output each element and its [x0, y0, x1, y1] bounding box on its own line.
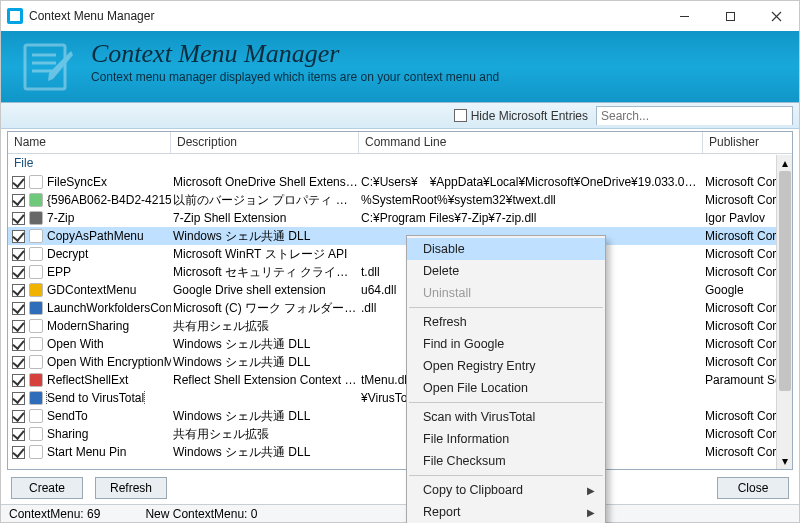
context-menu-item[interactable]: Copy to Clipboard▶: [407, 479, 605, 501]
hide-ms-checkbox[interactable]: Hide Microsoft Entries: [454, 109, 588, 123]
footer: Create Refresh Close: [1, 472, 799, 504]
table-row[interactable]: GDContextMenuGoogle Drive shell extensio…: [8, 281, 792, 299]
row-icon: [29, 265, 43, 279]
table-row[interactable]: Open WithWindows シェル共通 DLLMicrosoft Corp…: [8, 335, 792, 353]
context-menu-separator: [409, 307, 603, 308]
context-menu-separator: [409, 475, 603, 476]
col-name[interactable]: Name: [8, 132, 171, 153]
row-icon: [29, 175, 43, 189]
row-name: Start Menu Pin: [47, 445, 126, 459]
row-name: {596AB062-B4D2-4215-9...: [47, 193, 171, 207]
context-menu-separator: [409, 402, 603, 403]
row-checkbox[interactable]: [12, 284, 25, 297]
banner-subtitle: Context menu manager displayed which ite…: [91, 70, 781, 84]
row-checkbox[interactable]: [12, 446, 25, 459]
create-button[interactable]: Create: [11, 477, 83, 499]
row-checkbox[interactable]: [12, 428, 25, 441]
context-menu-label: File Information: [423, 432, 509, 446]
context-menu-item[interactable]: Find in Google: [407, 333, 605, 355]
row-checkbox[interactable]: [12, 266, 25, 279]
title-bar: Context Menu Manager: [1, 1, 799, 31]
scroll-thumb[interactable]: [779, 171, 791, 391]
table-row[interactable]: LaunchWorkfoldersControlMicrosoft (C) ワー…: [8, 299, 792, 317]
row-checkbox[interactable]: [12, 248, 25, 261]
row-checkbox[interactable]: [12, 320, 25, 333]
context-menu-item[interactable]: Refresh: [407, 311, 605, 333]
context-menu-item[interactable]: File Checksum: [407, 450, 605, 472]
row-checkbox[interactable]: [12, 410, 25, 423]
row-icon: [29, 355, 43, 369]
context-menu-item[interactable]: Delete: [407, 260, 605, 282]
close-button[interactable]: [753, 1, 799, 31]
row-checkbox[interactable]: [12, 176, 25, 189]
scroll-down-icon[interactable]: ▾: [777, 453, 793, 469]
table-row[interactable]: Send to VirusTotal ¥VirusTotalUploader2.…: [8, 389, 792, 407]
refresh-button[interactable]: Refresh: [95, 477, 167, 499]
vertical-scrollbar[interactable]: ▴ ▾: [776, 155, 792, 469]
row-checkbox[interactable]: [12, 392, 25, 405]
col-publisher[interactable]: Publisher: [703, 132, 792, 153]
group-file[interactable]: File: [8, 154, 792, 173]
row-icon: [29, 337, 43, 351]
table-row[interactable]: FileSyncExMicrosoft OneDrive Shell Exten…: [8, 173, 792, 191]
maximize-button[interactable]: [707, 1, 753, 31]
context-menu-label: Delete: [423, 264, 459, 278]
col-description[interactable]: Description: [171, 132, 359, 153]
row-checkbox[interactable]: [12, 230, 25, 243]
table-row[interactable]: ReflectShellExtReflect Shell Extension C…: [8, 371, 792, 389]
row-command: %SystemRoot%¥system32¥twext.dll: [359, 193, 703, 207]
row-description: Microsoft WinRT ストレージ API: [171, 246, 359, 263]
scroll-track[interactable]: [777, 171, 793, 453]
context-menu-label: Find in Google: [423, 337, 504, 351]
row-checkbox[interactable]: [12, 356, 25, 369]
context-menu-label: Open Registry Entry: [423, 359, 536, 373]
table-row[interactable]: CopyAsPathMenuWindows シェル共通 DLLMicrosoft…: [8, 227, 792, 245]
row-icon: [29, 319, 43, 333]
context-menu-item[interactable]: Open File Location: [407, 377, 605, 399]
row-name: Decrypt: [47, 247, 88, 261]
search-wrap: [596, 106, 793, 125]
col-command-line[interactable]: Command Line: [359, 132, 703, 153]
rows-container: File FileSyncExMicrosoft OneDrive Shell …: [8, 154, 792, 469]
table-row[interactable]: DecryptMicrosoft WinRT ストレージ APIMicrosof…: [8, 245, 792, 263]
row-checkbox[interactable]: [12, 338, 25, 351]
search-input[interactable]: [597, 107, 792, 125]
context-menu-item[interactable]: Open Registry Entry: [407, 355, 605, 377]
row-command: C:¥Program Files¥7-Zip¥7-zip.dll: [359, 211, 703, 225]
row-icon: [29, 445, 43, 459]
context-menu-item[interactable]: Disable: [407, 238, 605, 260]
minimize-button[interactable]: [661, 1, 707, 31]
row-icon: [29, 373, 43, 387]
context-menu-item[interactable]: File Information: [407, 428, 605, 450]
table-row[interactable]: 7-Zip7-Zip Shell ExtensionC:¥Program Fil…: [8, 209, 792, 227]
context-menu-item[interactable]: Report▶: [407, 501, 605, 523]
close-footer-button[interactable]: Close: [717, 477, 789, 499]
table-row[interactable]: EPPMicrosoft セキュリティ クライアント シ... t.dllMic…: [8, 263, 792, 281]
row-checkbox[interactable]: [12, 374, 25, 387]
row-description: Google Drive shell extension: [171, 283, 359, 297]
table-row[interactable]: Open With EncryptionMenuWindows シェル共通 DL…: [8, 353, 792, 371]
svg-rect-1: [726, 12, 734, 20]
table-row[interactable]: {596AB062-B4D2-4215-9...以前のバージョン プロパティ ペ…: [8, 191, 792, 209]
window-controls: [661, 1, 799, 31]
scroll-up-icon[interactable]: ▴: [777, 155, 793, 171]
row-name: GDContextMenu: [47, 283, 136, 297]
row-name: Open With: [47, 337, 104, 351]
column-headers: Name Description Command Line Publisher: [8, 132, 792, 154]
table-row[interactable]: SendToWindows シェル共通 DLLMicrosoft Corpo: [8, 407, 792, 425]
row-checkbox[interactable]: [12, 212, 25, 225]
row-checkbox[interactable]: [12, 302, 25, 315]
row-icon: [29, 427, 43, 441]
row-icon: [29, 229, 43, 243]
table-row[interactable]: Sharing共有用シェル拡張Microsoft Corpo: [8, 425, 792, 443]
app-window: Context Menu Manager Context Menu Manage…: [0, 0, 800, 523]
table-row[interactable]: ModernSharing共有用シェル拡張Microsoft Corpo: [8, 317, 792, 335]
row-description: Windows シェル共通 DLL: [171, 408, 359, 425]
row-checkbox[interactable]: [12, 194, 25, 207]
context-menu-item[interactable]: Scan with VirusTotal: [407, 406, 605, 428]
status-bar: ContextMenu: 69 New ContextMenu: 0: [1, 504, 799, 522]
row-command: C:¥Users¥ ¥AppData¥Local¥Microsoft¥OneDr…: [359, 174, 703, 191]
row-name: Send to VirusTotal: [47, 391, 144, 405]
row-description: 共有用シェル拡張: [171, 426, 359, 443]
table-row[interactable]: Start Menu PinWindows シェル共通 DLLMicrosoft…: [8, 443, 792, 461]
